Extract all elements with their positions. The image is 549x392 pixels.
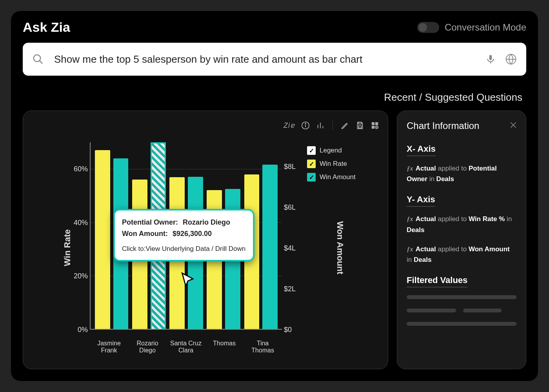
dashboard-icon[interactable] <box>371 121 379 130</box>
tooltip-amount-label: Won Amount: <box>122 230 168 238</box>
cursor-icon <box>180 272 197 289</box>
app-window: Ask Zia Conversation Mode Recent / Sugge… <box>11 11 538 381</box>
y-axis-line-1: ƒx Actual applied to Win Rate % in Deals <box>407 214 516 235</box>
left-tick-40: 40% <box>68 218 88 227</box>
tooltip-owner-label: Potential Owner: <box>122 218 178 227</box>
tooltip-hint: Click to:View Underlying Data / Drill Do… <box>122 245 246 253</box>
svg-rect-13 <box>372 122 374 125</box>
skeleton-line <box>407 309 456 312</box>
right-tick-2: $2L <box>284 285 304 293</box>
xlabel-2: Santa Cruz Clara <box>169 340 203 354</box>
legend-toggle[interactable]: ✓ Legend <box>307 146 374 155</box>
right-tick-4: $4L <box>284 244 304 252</box>
legend-label-legend: Legend <box>320 147 342 154</box>
info-icon[interactable] <box>301 121 310 130</box>
svg-rect-2 <box>489 55 492 60</box>
header-row: Ask Zia Conversation Mode <box>23 20 526 35</box>
left-tick-0: 0% <box>68 326 88 334</box>
svg-rect-12 <box>358 126 361 128</box>
legend-label-winrate: Win Rate <box>320 160 347 168</box>
fx-icon: ƒx <box>407 165 413 172</box>
save-icon[interactable] <box>356 121 364 130</box>
zia-icon[interactable]: Ziɐ <box>284 121 295 130</box>
chart-toolbar: Ziɐ <box>284 120 379 131</box>
right-axis-label: Won Amount <box>335 221 345 274</box>
x-axis-labels: Jasmine Frank Rozario Diego Santa Cruz C… <box>90 340 282 354</box>
x-axis-heading: X- Axis <box>407 144 436 156</box>
right-tick-6: $6L <box>284 203 304 212</box>
xlabel-0: Jasmine Frank <box>92 340 126 354</box>
svg-rect-14 <box>375 122 378 125</box>
y-axis-heading: Y- Axis <box>407 194 435 207</box>
xlabel-1: Rozario Diego <box>130 340 165 354</box>
svg-point-7 <box>305 123 306 124</box>
search-bar <box>23 43 526 76</box>
conversation-mode: Conversation Mode <box>417 22 526 33</box>
left-tick-60: 60% <box>68 165 88 173</box>
svg-point-0 <box>34 55 41 62</box>
globe-icon[interactable] <box>505 53 517 65</box>
skeleton-line <box>407 322 516 326</box>
xlabel-4: Tina Thomas <box>245 340 280 354</box>
legend-winrate[interactable]: ✓ Win Rate <box>307 160 374 168</box>
microphone-icon[interactable] <box>485 53 496 65</box>
right-tick-0: $0 <box>284 326 304 334</box>
info-title: Chart Information <box>407 120 516 131</box>
x-axis-line: ƒx Actual applied to Potential Owner in … <box>407 163 516 184</box>
chart-area: Win Rate 0% 20% 40% 60% $0 $2L $4L $6L $… <box>47 138 376 357</box>
search-input[interactable] <box>53 53 476 66</box>
skeleton-line <box>407 295 516 299</box>
conversation-mode-toggle[interactable] <box>417 22 439 33</box>
xlabel-3: Thomas <box>207 340 242 354</box>
search-icon <box>32 53 44 65</box>
chart-type-icon[interactable] <box>316 121 325 130</box>
legend-winamount[interactable]: ✓ Win Amount <box>307 173 374 181</box>
skeleton-line <box>463 309 502 312</box>
fx-icon: ƒx <box>407 215 413 223</box>
app-title: Ask Zia <box>23 20 70 35</box>
toolbar-divider <box>333 120 333 131</box>
svg-line-1 <box>40 61 43 64</box>
bar-amount-tina[interactable] <box>262 165 278 329</box>
conversation-mode-label: Conversation Mode <box>445 22 526 33</box>
recent-suggested-heading: Recent / Suggested Questions <box>23 91 522 103</box>
fx-icon: ƒx <box>407 245 413 253</box>
left-axis-label: Win Rate <box>62 229 73 266</box>
legend: ✓ Legend ✓ Win Rate ✓ Win Amount <box>307 146 374 186</box>
bar-winrate-jasmine[interactable] <box>95 150 110 329</box>
svg-rect-11 <box>358 122 361 124</box>
chart-tooltip: Potential Owner: Rozario Diego Won Amoun… <box>113 209 255 261</box>
close-icon[interactable] <box>509 121 517 129</box>
right-tick-8: $8L <box>284 163 304 171</box>
chart-card: Ziɐ Win Rate 0% 20% 40% 60% $0 $2L $4L <box>23 111 388 369</box>
filtered-values-heading: Filtered Values <box>407 275 467 287</box>
svg-rect-15 <box>372 126 374 129</box>
main-area: Ziɐ Win Rate 0% 20% 40% 60% $0 $2L $4L <box>23 111 526 369</box>
legend-label-winamount: Win Amount <box>320 173 356 181</box>
edit-icon[interactable] <box>341 121 349 130</box>
tooltip-owner-value: Rozario Diego <box>183 218 230 227</box>
y-axis-line-2: ƒx Actual applied to Won Amount in Deals <box>407 244 516 265</box>
left-tick-20: 20% <box>68 272 88 280</box>
tooltip-amount-value: $926,300.00 <box>173 230 212 238</box>
chart-information-panel: Chart Information X- Axis ƒx Actual appl… <box>397 111 526 369</box>
